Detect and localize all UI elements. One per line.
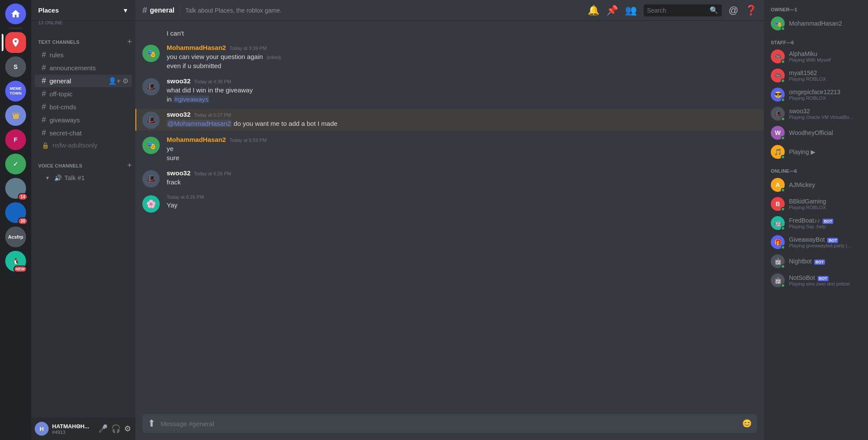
member-nightbot[interactable]: 🤖 Nightbot BOT [767,252,865,271]
member-playing[interactable]: 🎵 Playing ▶ [767,142,865,161]
places-server-icon[interactable] [5,32,26,53]
message-header: Today at 6:26 PM [167,194,757,200]
member-info: swoo32 Playing Oracle VM VirtualBo... [789,108,861,120]
member-name: FredBoat♪♪ BOT [789,217,861,224]
member-woodheyofficial[interactable]: W WoodheyOfficial [767,123,865,142]
message-timestamp: Today at 6:26 PM [167,194,204,200]
channel-secret-chat[interactable]: # secret-chat [35,127,132,139]
settings-icon[interactable]: ⚙ [122,77,128,85]
pink-server-icon[interactable]: F [5,129,26,150]
pin-icon[interactable]: 📌 [606,5,618,16]
headphone-icon[interactable]: 🎧 [110,423,122,434]
online-dot [781,283,785,288]
member-fredboat[interactable]: 🤖 FredBoat♪♪ BOT Playing Say ;help [767,213,865,233]
username: ΗΑΤΜΑΗΘΗ... [52,423,94,430]
add-member-icon[interactable]: 👤+ [108,77,121,85]
member-status: Playing Say ;help [789,224,861,229]
green-server-icon[interactable]: ✓ [5,154,26,174]
user-mention[interactable]: @MohammadHasan2 [167,120,232,127]
member-bbkidgaming[interactable]: B BBkidGaming Playing ROBLOX [767,194,865,213]
member-info: WoodheyOfficial [789,129,861,136]
member-notsobot[interactable]: 🤖 NotSoBot BOT Playing eins zwei drei po… [767,271,865,290]
owner-category: OWNER—1 [767,7,865,14]
add-channel-icon[interactable]: + [127,37,132,46]
bell-icon[interactable]: 🔔 [588,5,599,16]
message-timestamp: Today at 4:38 PM [194,79,231,84]
channel-general[interactable]: # general 👤+ ⚙ [35,75,132,87]
hash-icon: # [42,76,46,85]
s-server-icon[interactable]: S [5,56,26,77]
server-list: S MEMETOWN 👑 F ✓ 14 30 Acsfrp 🐧 NEW [0,0,31,440]
member-mohammadHasan2[interactable]: 🎭 MohammadHasan2 [767,14,865,33]
add-voice-channel-icon[interactable]: + [127,161,132,170]
channel-nsfw[interactable]: 🔒 nsfw-adultsonly [35,140,132,151]
chat-input-area: ⬆ 😊 [135,414,764,440]
meme-town-server-icon[interactable]: MEMETOWN [5,81,26,102]
member-alphamiku[interactable]: 🎮 AlphaMiku Playing With Myself [767,47,865,66]
server-header[interactable]: Places ▼ [31,0,135,21]
channel-hash-icon: # [142,5,147,15]
channel-name: giveaways [49,116,80,124]
message-avatar: 🎭 [142,137,160,154]
member-info: AJMickey [789,181,861,188]
chat-input-box: ⬆ 😊 [142,414,757,433]
server-name: Places [38,7,59,14]
settings-icon[interactable]: ⚙ [123,423,132,434]
search-bar[interactable]: 🔍 [644,4,722,16]
message-timestamp: Today at 5:59 PM [230,138,267,143]
home-server-icon[interactable] [5,3,26,24]
acsfrp-server-icon[interactable]: Acsfrp [5,227,26,247]
voice-talk1[interactable]: ▼ 🔊 Talk #1 [35,172,132,183]
member-name: AlphaMiku [789,50,861,57]
message-avatar: 🎭 [142,45,160,62]
member-status: Playing ROBLOX [789,95,861,101]
channel-off-topic[interactable]: # off-topic [35,88,132,100]
message-text: Yay [167,200,757,210]
channel-title: general [150,7,174,14]
message-content: Today at 6:26 PM Yay [167,194,757,213]
member-info: NotSoBot BOT Playing eins zwei drei poli… [789,274,861,286]
channel-giveaways[interactable]: # giveaways [35,114,132,126]
message-text: I can't [167,30,184,37]
member-omgepicface12213[interactable]: 😎 omgepicface12213 Playing ROBLOX [767,85,865,104]
member-avatar: W [771,126,785,140]
message-avatar: 🎩 [142,112,160,129]
s2-server-icon[interactable]: 14 [5,178,26,199]
channel-mention[interactable]: #giveaways [174,95,209,103]
hash-icon: # [42,89,46,99]
hash-icon: # [42,115,46,125]
message-text: you can view your question again (edited… [167,52,757,61]
channel-name: announcements [49,64,96,72]
at-icon[interactable]: @ [729,5,738,16]
s3-server-icon[interactable]: 30 [5,202,26,223]
voice-channels-category[interactable]: VOICE CHANNELS + [31,154,135,172]
search-input[interactable] [647,7,707,14]
hash-icon: 🔒 [42,142,49,149]
member-myalt1562[interactable]: 🎮 myalt1562 Playing ROBLOX [767,66,865,85]
members-icon[interactable]: 👥 [625,5,637,16]
message-content: swoo32 Today at 5:27 PM @MohammadHasan2 … [167,111,757,129]
chat-input[interactable] [161,420,737,427]
channel-announcements[interactable]: # announcements [35,62,132,74]
member-name: AJMickey [789,181,861,188]
upload-icon[interactable]: ⬆ [148,418,155,429]
collapse-icon: ▼ [45,175,50,181]
message-group: 🎩 swoo32 Today at 6:26 PM frack [135,167,764,189]
crown-server-icon[interactable]: 👑 [5,105,26,126]
message-author: MohammadHasan2 [167,136,226,143]
member-ajmickey[interactable]: A AJMickey [767,175,865,194]
channel-bot-cmds[interactable]: # bot-cmds [35,101,132,113]
online-dot [781,117,785,121]
channel-rules[interactable]: # rules [35,49,132,61]
microphone-icon[interactable]: 🎤 [97,423,108,434]
member-info: Nightbot BOT [789,258,861,265]
member-avatar: 🎮 [771,49,785,63]
member-swoo32[interactable]: 🎩 swoo32 Playing Oracle VM VirtualBo... [767,104,865,123]
penguin-server-icon[interactable]: 🐧 NEW [5,251,26,272]
emoji-icon[interactable]: 😊 [742,419,752,428]
member-giveawaybot[interactable]: 🎁 GiveawayBot BOT Playing giveawaybot.pa… [767,233,865,252]
message-content: swoo32 Today at 4:38 PM what did I win i… [167,77,757,104]
help-icon[interactable]: ❓ [745,5,757,16]
text-channels-category[interactable]: TEXT CHANNELS + [31,30,135,48]
server-separator [9,28,23,29]
